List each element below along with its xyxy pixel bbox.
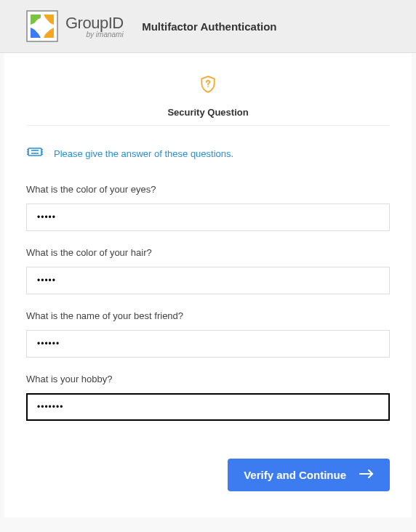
footer: Signed in as: abbeycrawford | Sign Out xyxy=(0,517,416,532)
actions-row: Verify and Continue xyxy=(26,459,390,491)
answer-input-1[interactable] xyxy=(26,267,390,294)
ticket-icon xyxy=(26,143,44,164)
page-title: Multifactor Authentication xyxy=(124,20,295,33)
answer-input-2[interactable] xyxy=(26,330,390,358)
answer-input-3[interactable] xyxy=(26,393,390,421)
auth-card: Security Question Please give the answer… xyxy=(4,53,412,517)
question-label: What is the color of your hair? xyxy=(26,247,390,258)
shield-question-icon xyxy=(26,75,390,97)
brand-subtitle: by imanami xyxy=(65,31,124,39)
question-block-1: What is the color of your hair? xyxy=(26,247,390,310)
question-label: What is your hobby? xyxy=(26,374,390,384)
verify-button-label: Verify and Continue xyxy=(244,469,346,481)
svg-point-1 xyxy=(34,18,50,34)
question-block-3: What is your hobby? xyxy=(26,374,390,437)
question-label: What is the color of your eyes? xyxy=(26,184,390,195)
question-label: What is the name of your best friend? xyxy=(26,310,390,321)
brand-logo: GroupID by imanami xyxy=(26,10,124,42)
question-block-2: What is the name of your best friend? xyxy=(26,310,390,374)
app-header: GroupID by imanami Multifactor Authentic… xyxy=(0,0,416,53)
hint-text: Please give the answer of these question… xyxy=(54,148,233,159)
hint-row: Please give the answer of these question… xyxy=(26,143,390,164)
arrow-right-icon xyxy=(359,469,374,481)
question-block-0: What is the color of your eyes? xyxy=(26,184,390,247)
svg-rect-3 xyxy=(28,148,41,156)
svg-point-2 xyxy=(207,86,209,87)
verify-continue-button[interactable]: Verify and Continue xyxy=(228,459,390,491)
brand-text: GroupID by imanami xyxy=(65,14,124,39)
section-title: Security Question xyxy=(26,107,390,126)
answer-input-0[interactable] xyxy=(26,203,390,231)
groupid-logo-icon xyxy=(26,10,58,42)
